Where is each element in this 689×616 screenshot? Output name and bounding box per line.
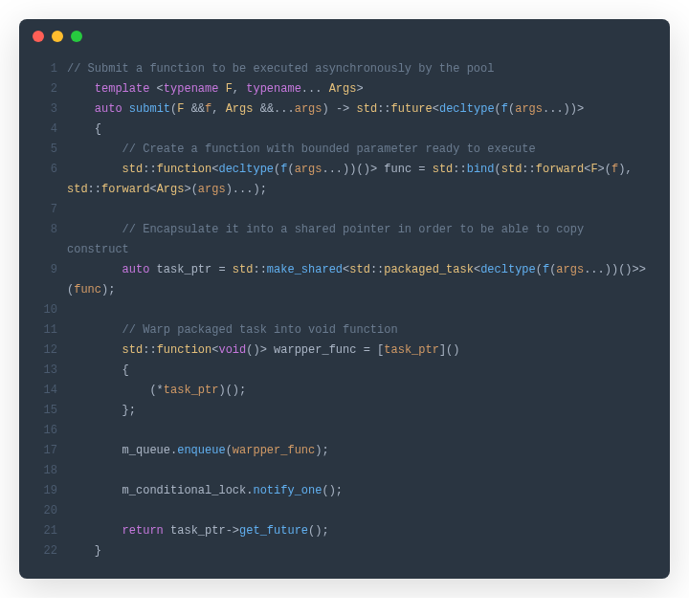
minimize-icon[interactable] (52, 31, 63, 42)
line-number: 13 (33, 361, 57, 381)
code-line: 15 }; (33, 401, 653, 421)
code-line: 3 auto submit(F &&f, Args &&...args) -> … (33, 99, 653, 120)
line-number: 2 (33, 79, 57, 99)
line-number: 10 (33, 300, 57, 320)
line-number: 18 (33, 461, 57, 481)
line-number: 14 (33, 381, 57, 401)
code-content: }; (67, 401, 653, 421)
window-titlebar (19, 19, 670, 54)
line-number: 11 (33, 320, 57, 341)
code-content: m_conditional_lock.notify_one(); (67, 481, 653, 501)
close-icon[interactable] (33, 31, 44, 42)
code-line: 6 std::function<decltype(f(args...))()> … (33, 160, 653, 200)
code-content: auto submit(F &&f, Args &&...args) -> st… (67, 99, 653, 120)
line-number: 6 (33, 160, 57, 180)
code-line: 21 return task_ptr->get_future(); (33, 521, 653, 541)
code-line: 20 (33, 501, 653, 521)
line-number: 3 (33, 99, 57, 120)
line-number: 20 (33, 501, 57, 521)
code-line: 13 { (33, 361, 653, 381)
code-content (67, 421, 653, 441)
code-line: 12 std::function<void()> warpper_func = … (33, 341, 653, 361)
code-line: 7 (33, 200, 653, 220)
code-line: 16 (33, 421, 653, 441)
code-window: 1// Submit a function to be executed asy… (19, 19, 670, 579)
line-number: 16 (33, 421, 57, 441)
code-content: template <typename F, typename... Args> (67, 79, 653, 99)
code-content: { (67, 120, 653, 140)
code-line: 5 // Create a function with bounded para… (33, 140, 653, 160)
code-content: (*task_ptr)(); (67, 381, 653, 401)
line-number: 21 (33, 521, 57, 541)
code-line: 2 template <typename F, typename... Args… (33, 79, 653, 99)
line-number: 9 (33, 260, 57, 280)
code-content: std::function<void()> warpper_func = [ta… (67, 341, 653, 361)
line-number: 1 (33, 59, 57, 79)
code-area: 1// Submit a function to be executed asy… (19, 54, 670, 579)
line-number: 8 (33, 220, 57, 240)
code-content: // Encapsulate it into a shared pointer … (67, 220, 653, 260)
line-number: 15 (33, 401, 57, 421)
maximize-icon[interactable] (71, 31, 82, 42)
code-content: std::function<decltype(f(args...))()> fu… (67, 160, 653, 200)
code-line: 1// Submit a function to be executed asy… (33, 59, 653, 79)
code-content: { (67, 361, 653, 381)
code-content: // Create a function with bounded parame… (67, 140, 653, 160)
code-line: 4 { (33, 120, 653, 140)
code-content: // Warp packaged task into void function (67, 320, 653, 341)
code-content (67, 461, 653, 481)
code-content (67, 501, 653, 521)
line-number: 5 (33, 140, 57, 160)
line-number: 12 (33, 341, 57, 361)
code-line: 19 m_conditional_lock.notify_one(); (33, 481, 653, 501)
line-number: 17 (33, 441, 57, 461)
line-number: 7 (33, 200, 57, 220)
code-line: 10 (33, 300, 653, 320)
code-line: 17 m_queue.enqueue(warpper_func); (33, 441, 653, 461)
code-line: 22 } (33, 541, 653, 561)
code-line: 8 // Encapsulate it into a shared pointe… (33, 220, 653, 260)
code-content: return task_ptr->get_future(); (67, 521, 653, 541)
code-line: 11 // Warp packaged task into void funct… (33, 320, 653, 341)
code-content (67, 300, 653, 320)
code-line: 9 auto task_ptr = std::make_shared<std::… (33, 260, 653, 300)
code-content: auto task_ptr = std::make_shared<std::pa… (67, 260, 653, 300)
code-line: 18 (33, 461, 653, 481)
code-content: // Submit a function to be executed asyn… (67, 59, 653, 79)
code-content: } (67, 541, 653, 561)
line-number: 22 (33, 541, 57, 561)
line-number: 4 (33, 120, 57, 140)
code-content (67, 200, 653, 220)
line-number: 19 (33, 481, 57, 501)
code-line: 14 (*task_ptr)(); (33, 381, 653, 401)
code-content: m_queue.enqueue(warpper_func); (67, 441, 653, 461)
